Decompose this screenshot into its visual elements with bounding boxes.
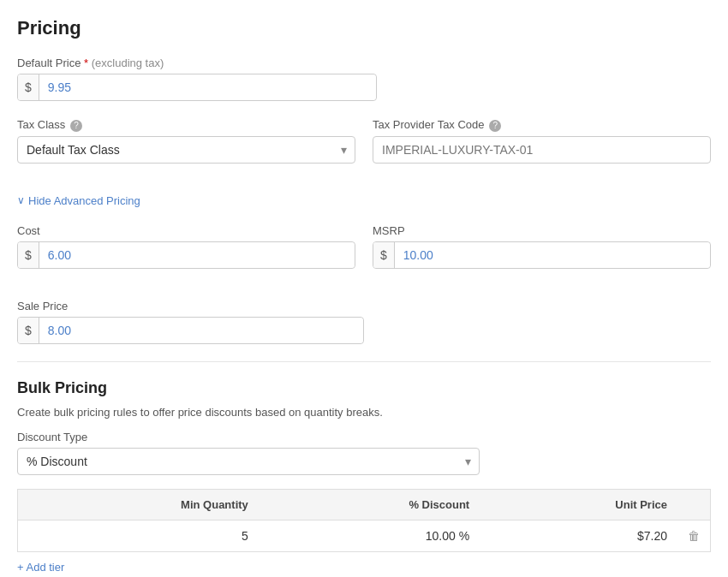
- col-actions: [677, 489, 711, 520]
- default-price-label: Default Price * (excluding tax): [17, 57, 377, 69]
- sale-price-input-wrapper: $: [17, 317, 364, 344]
- default-price-input[interactable]: [39, 74, 376, 100]
- tax-class-help-icon[interactable]: ?: [70, 120, 82, 132]
- tax-class-select-wrapper: Default Tax Class Taxable Goods Shipping…: [17, 136, 355, 164]
- sale-price-input[interactable]: [39, 318, 363, 343]
- bulk-pricing-title: Bulk Pricing: [17, 379, 711, 397]
- tax-class-select[interactable]: Default Tax Class Taxable Goods Shipping…: [17, 136, 355, 164]
- tax-provider-help-icon[interactable]: ?: [489, 120, 501, 132]
- tax-class-label: Tax Class ?: [17, 118, 355, 132]
- msrp-label: MSRP: [373, 224, 711, 237]
- msrp-input[interactable]: [395, 242, 710, 268]
- discount-type-select-wrapper: % Discount Fixed Amount Fixed Price: [17, 448, 480, 475]
- cost-section: Cost $: [17, 224, 355, 269]
- hide-advanced-link[interactable]: ∨ Hide Advanced Pricing: [17, 194, 711, 207]
- sale-price-label: Sale Price: [17, 300, 364, 312]
- hide-advanced-chevron: ∨: [17, 194, 25, 206]
- sale-price-section: Sale Price $: [17, 300, 364, 344]
- cell-unit-price: $7.20: [480, 520, 677, 551]
- currency-symbol: $: [18, 74, 39, 100]
- msrp-currency-symbol: $: [373, 242, 395, 268]
- bulk-pricing-table-header-row: Min Quantity % Discount Unit Price: [18, 489, 711, 520]
- section-divider: [17, 361, 711, 362]
- tax-provider-section: Tax Provider Tax Code ?: [373, 118, 711, 164]
- discount-type-select[interactable]: % Discount Fixed Amount Fixed Price: [17, 448, 480, 475]
- tax-provider-label: Tax Provider Tax Code ?: [373, 118, 711, 132]
- cost-input-wrapper: $: [17, 241, 355, 269]
- bulk-pricing-section: Bulk Pricing Create bulk pricing rules t…: [17, 379, 711, 574]
- page-title: Pricing: [17, 17, 711, 39]
- tax-class-section: Tax Class ? Default Tax Class Taxable Go…: [17, 118, 355, 164]
- col-unit-price: Unit Price: [480, 489, 677, 520]
- bulk-pricing-description: Create bulk pricing rules to offer price…: [17, 406, 711, 419]
- hide-advanced-label: Hide Advanced Pricing: [28, 194, 140, 207]
- col-min-quantity: Min Quantity: [18, 489, 259, 520]
- default-price-input-wrapper: $: [17, 74, 377, 101]
- cell-min-quantity: 5: [18, 520, 259, 551]
- cost-label: Cost: [17, 224, 355, 237]
- cost-currency-symbol: $: [18, 242, 39, 268]
- trash-icon: 🗑: [688, 529, 700, 543]
- discount-type-label: Discount Type: [17, 431, 480, 443]
- bulk-pricing-table: Min Quantity % Discount Unit Price 5 10.…: [17, 489, 711, 552]
- sale-price-currency-symbol: $: [18, 318, 39, 343]
- col-discount: % Discount: [259, 489, 480, 520]
- msrp-section: MSRP $: [373, 224, 711, 269]
- add-tier-link[interactable]: + Add tier: [17, 561, 64, 574]
- cost-input[interactable]: [39, 242, 355, 268]
- table-row: 5 10.00 % $7.20 🗑: [18, 520, 711, 551]
- add-tier-label: + Add tier: [17, 561, 64, 574]
- delete-row-button[interactable]: 🗑: [677, 520, 711, 551]
- cell-discount: 10.00 %: [259, 520, 480, 551]
- tax-provider-input[interactable]: [373, 136, 711, 164]
- msrp-input-wrapper: $: [373, 241, 711, 269]
